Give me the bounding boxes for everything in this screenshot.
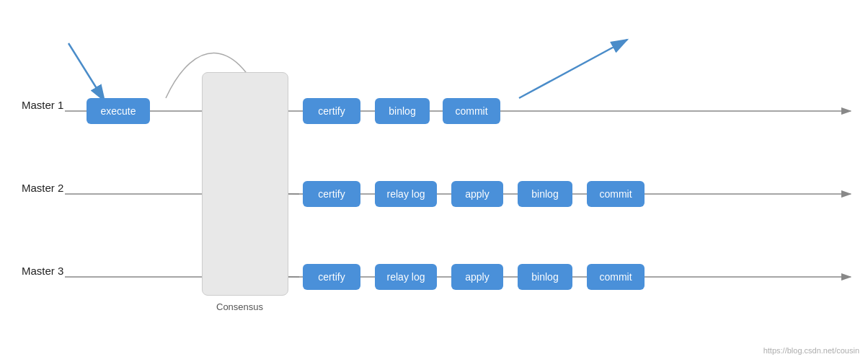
m3-commit: commit — [587, 264, 645, 290]
m1-binlog: binlog — [375, 98, 430, 124]
svg-line-6 — [68, 43, 105, 101]
m3-binlog: binlog — [518, 264, 572, 290]
m2-binlog: binlog — [518, 181, 572, 207]
m2-relaylog: relay log — [375, 181, 437, 207]
svg-line-7 — [519, 40, 627, 98]
master3-label: Master 3 — [22, 265, 63, 277]
m3-certify: certify — [303, 264, 360, 290]
watermark: https://blog.csdn.net/cousin — [763, 346, 859, 355]
m2-commit: commit — [587, 181, 645, 207]
consensus-label: Consensus — [216, 301, 263, 312]
diagram-container: Consensus Master 1 Master 2 Master 3 exe… — [0, 0, 868, 362]
m2-apply: apply — [451, 181, 503, 207]
m2-certify: certify — [303, 181, 360, 207]
m3-relaylog: relay log — [375, 264, 437, 290]
m1-certify: certify — [303, 98, 360, 124]
m1-commit: commit — [443, 98, 500, 124]
m3-apply: apply — [451, 264, 503, 290]
master1-label: Master 1 — [22, 99, 63, 111]
master2-label: Master 2 — [22, 182, 63, 194]
m1-execute: execute — [87, 98, 150, 124]
consensus-box — [202, 72, 288, 296]
